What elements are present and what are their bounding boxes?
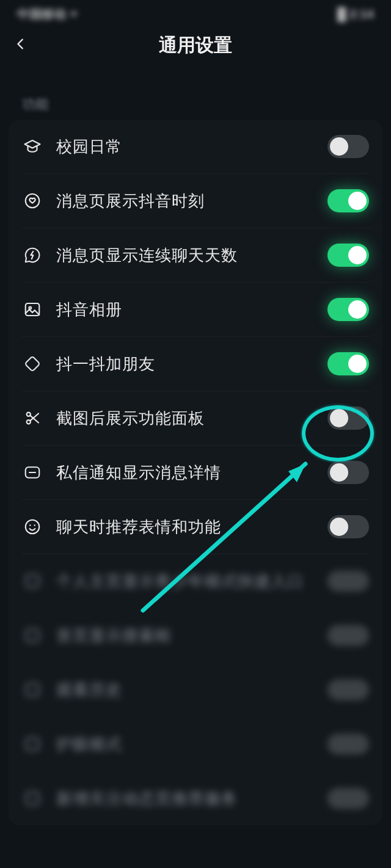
setting-label: 校园日常 (56, 136, 327, 157)
scissors-icon (22, 408, 43, 429)
setting-row: 私信通知显示消息详情 (22, 446, 369, 500)
page-title: 通用设置 (159, 33, 232, 58)
graduation-cap-icon (22, 136, 43, 157)
message-minus-icon (22, 462, 43, 483)
toggle-switch[interactable] (327, 352, 369, 375)
svg-rect-14 (26, 629, 38, 642)
rotate-square-icon (22, 353, 43, 374)
svg-point-12 (34, 524, 36, 526)
blurred-control (327, 679, 369, 700)
toggle-switch[interactable] (327, 461, 369, 484)
setting-label: 首页显示搜索框 (56, 625, 327, 646)
setting-label: 护眼模式 (56, 734, 327, 755)
setting-row-blurred: 新增关注动态页推荐服务 (22, 772, 369, 825)
toggle-switch[interactable] (327, 298, 369, 321)
blur-icon (22, 679, 43, 700)
setting-row-blurred: 首页显示搜索框 (22, 609, 369, 663)
setting-row-blurred: 护眼模式 (22, 717, 369, 772)
face-smile-icon (22, 516, 43, 537)
bolt-bubble-icon (22, 245, 43, 266)
svg-rect-16 (26, 738, 38, 750)
toggle-switch[interactable] (327, 244, 369, 267)
blurred-control (327, 625, 369, 646)
settings-card: 校园日常消息页展示抖音时刻消息页显示连续聊天天数抖音相册抖一抖加朋友截图后展示功… (9, 120, 382, 825)
setting-label: 私信通知显示消息详情 (56, 462, 327, 483)
setting-label: 新增关注动态页推荐服务 (56, 788, 327, 809)
setting-label: 聊天时推荐表情和功能 (56, 516, 327, 538)
header: 通用设置 (0, 24, 391, 66)
setting-row: 消息页显示连续聊天天数 (22, 228, 369, 283)
setting-label: 消息页展示抖音时刻 (56, 190, 327, 212)
blur-icon (22, 625, 43, 646)
svg-point-11 (29, 524, 31, 526)
setting-row-blurred: 观看历史 (22, 663, 369, 717)
svg-point-0 (26, 194, 40, 208)
setting-row: 抖音相册 (22, 283, 369, 337)
status-left: 中国移动 ᯤ (17, 6, 82, 23)
svg-rect-15 (26, 684, 38, 696)
blur-icon (22, 571, 43, 591)
svg-point-2 (29, 307, 31, 309)
setting-label: 消息页显示连续聊天天数 (56, 245, 327, 266)
svg-point-10 (26, 520, 40, 534)
toggle-switch[interactable] (327, 189, 369, 212)
toggle-switch[interactable] (327, 135, 369, 158)
target-heart-icon (22, 190, 43, 211)
status-right: █ 2:14 (337, 7, 374, 21)
svg-rect-3 (25, 356, 40, 372)
toggle-switch[interactable] (327, 407, 369, 430)
back-button[interactable] (9, 33, 33, 57)
setting-row: 聊天时推荐表情和功能 (22, 500, 369, 554)
setting-label: 观看历史 (56, 679, 327, 701)
setting-row-blurred: 个人主页显示青少年模式快捷入口 (22, 554, 369, 609)
svg-rect-13 (26, 575, 38, 587)
setting-label: 抖一抖加朋友 (56, 353, 327, 375)
setting-label: 截图后展示功能面板 (56, 408, 327, 429)
svg-rect-17 (26, 792, 38, 805)
setting-row: 抖一抖加朋友 (22, 337, 369, 391)
chevron-left-icon (14, 37, 27, 53)
setting-row: 截图后展示功能面板 (22, 391, 369, 446)
blur-icon (22, 788, 43, 809)
photo-icon (22, 299, 43, 320)
svg-rect-1 (26, 303, 40, 316)
blurred-control (327, 788, 369, 809)
setting-row: 校园日常 (22, 120, 369, 174)
section-label: 功能 (0, 66, 391, 120)
setting-row: 消息页展示抖音时刻 (22, 174, 369, 228)
blurred-control (327, 571, 369, 591)
blur-icon (22, 734, 43, 754)
blurred-control (327, 734, 369, 754)
toggle-switch[interactable] (327, 515, 369, 538)
status-bar: 中国移动 ᯤ █ 2:14 (0, 0, 391, 24)
setting-label: 抖音相册 (56, 299, 327, 320)
setting-label: 个人主页显示青少年模式快捷入口 (56, 571, 327, 592)
